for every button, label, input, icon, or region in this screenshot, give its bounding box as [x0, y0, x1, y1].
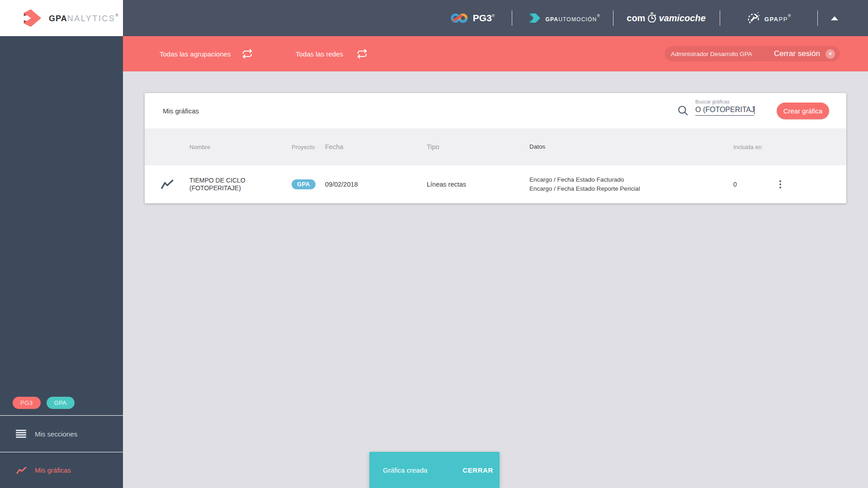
gpautomocion-label: GPAUTOMOCIÓN®	[545, 14, 600, 23]
pg3-infinity-icon	[450, 11, 468, 25]
swap-agrupaciones-icon[interactable]	[242, 49, 253, 59]
search-icon[interactable]	[677, 105, 689, 117]
gpanalytics-logo[interactable]: GPANALYTICS®	[0, 0, 123, 36]
sidebar-item-label: Mis secciones	[35, 430, 77, 438]
brand-strip: PG3® GPAUTOMOCIÓN® com vamicoche	[450, 0, 868, 36]
mis-graficas-card: Mis gráficas Buscar gráficas Crear gráfi…	[145, 93, 846, 203]
comprova-com: com	[627, 13, 645, 23]
comprova-vamicoche: vamicoche	[659, 13, 705, 23]
project-badge: GPA	[292, 179, 316, 189]
sidebar-bottom: PG3 GPA Mis secciones Mis gráficas	[0, 397, 123, 488]
logo-gpa: GPA	[49, 14, 67, 23]
filter-bar: Todas las agrupaciones Todas las redes A…	[123, 36, 868, 71]
top-bar: GPANALYTICS® PG3® GPAUTOMOCIÓN® com	[0, 0, 868, 36]
column-header-incluida-en: Incluida en	[725, 144, 776, 150]
search-field: Buscar gráficas	[695, 106, 754, 116]
swap-redes-icon[interactable]	[357, 49, 368, 59]
create-chart-button[interactable]: Crear gráfica	[777, 103, 829, 119]
pg3-label: PG3®	[473, 13, 495, 23]
gpanalytics-logo-text: GPANALYTICS®	[49, 13, 119, 23]
menu-icon	[16, 430, 26, 438]
included-in-count: 0	[725, 181, 776, 188]
gpanalytics-logo-icon	[22, 9, 42, 28]
brand-divider	[720, 10, 720, 26]
gpautomocion-logo[interactable]: GPAUTOMOCIÓN®	[528, 12, 600, 24]
column-header-proyecto: Proyecto	[292, 144, 325, 150]
snackbar: Gráfica creada CERRAR	[369, 452, 500, 488]
column-header-datos: Datos	[529, 142, 725, 151]
app-badges: PG3 GPA	[0, 397, 123, 415]
search-label: Buscar gráficas	[695, 99, 730, 104]
brand-divider	[817, 10, 818, 26]
stopwatch-icon	[646, 12, 657, 24]
chart-date: 09/02/2018	[325, 181, 427, 188]
gpapp-wrench-icon	[746, 11, 760, 25]
pg3-logo[interactable]: PG3®	[450, 11, 495, 25]
chart-type-icon	[160, 179, 174, 190]
brand-divider	[613, 10, 613, 26]
user-name: Administrador Desarrollo GPA	[671, 51, 752, 57]
chart-type: Líneas rectas	[427, 181, 529, 188]
column-header-fecha: Fecha	[325, 143, 427, 150]
sidebar-item-mis-secciones[interactable]: Mis secciones	[0, 415, 123, 452]
sidebar: PG3 GPA Mis secciones Mis gráficas	[0, 36, 123, 488]
table-header: Nombre Proyecto Fecha Tipo Datos Incluid…	[145, 128, 846, 165]
sidebar-item-label: Mis gráficas	[35, 466, 71, 474]
chart-data-series: Encargo / Fecha Estado Facturado Encargo…	[529, 175, 725, 193]
snackbar-close-button[interactable]: CERRAR	[462, 466, 493, 474]
data-series-line: Encargo / Fecha Estado Reporte Pericial	[529, 184, 725, 193]
table-row[interactable]: TIEMPO DE CICLO (FOTOPERITAJE) GPA 09/02…	[145, 165, 846, 203]
gpa-badge[interactable]: GPA	[47, 397, 75, 409]
main-content: Mis gráficas Buscar gráficas Crear gráfi…	[123, 71, 868, 488]
page-title: Mis gráficas	[163, 107, 199, 115]
snackbar-message: Gráfica creada	[383, 466, 427, 474]
pg3-badge[interactable]: PG3	[13, 397, 41, 409]
chart-line-icon	[16, 466, 28, 475]
gpautomocion-arrow-icon	[528, 12, 541, 24]
logout-icon[interactable]: ×	[826, 49, 835, 59]
gpapp-logo[interactable]: GPAPP®	[746, 11, 792, 25]
text-caret	[754, 106, 755, 114]
row-menu-button[interactable]	[776, 178, 784, 191]
gpapp-label: GPAPP®	[764, 14, 792, 23]
chart-name[interactable]: TIEMPO DE CICLO (FOTOPERITAJE)	[189, 177, 259, 192]
comprovamicoche-logo[interactable]: com vamicoche	[627, 12, 706, 24]
user-session-pill: Administrador Desarrollo GPA Cerrar sesi…	[665, 46, 840, 61]
redes-filter[interactable]: Todas las redes	[296, 36, 343, 71]
logout-button[interactable]: Cerrar sesión	[774, 49, 820, 58]
column-header-tipo: Tipo	[427, 143, 529, 150]
column-header-nombre: Nombre	[189, 144, 292, 150]
brand-divider	[512, 10, 512, 26]
data-series-line: Encargo / Fecha Estado Facturado	[529, 175, 725, 184]
logo-nalytics: NALYTICS	[67, 14, 116, 23]
agrupaciones-filter[interactable]: Todas las agrupaciones	[160, 36, 231, 71]
logo-reg: ®	[115, 13, 119, 18]
card-controls: Buscar gráficas Crear gráfica	[677, 103, 846, 119]
sidebar-item-mis-graficas[interactable]: Mis gráficas	[0, 452, 123, 488]
collapse-arrow-icon[interactable]	[831, 16, 838, 20]
card-header: Mis gráficas Buscar gráficas Crear gráfi…	[145, 93, 846, 128]
search-input[interactable]	[695, 106, 754, 116]
